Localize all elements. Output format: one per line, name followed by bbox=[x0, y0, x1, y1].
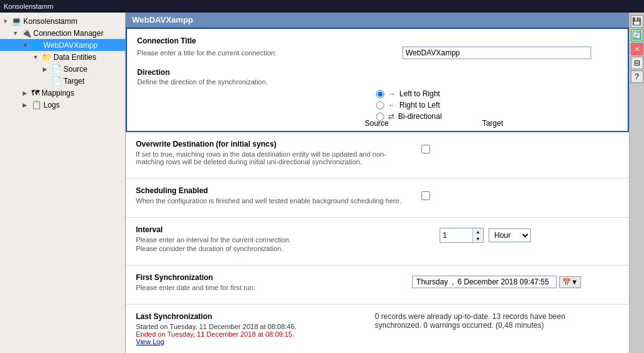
tree-item-mappings[interactable]: ▶ 🗺 Mappings bbox=[0, 87, 125, 99]
interval-unit-select[interactable]: Minute Hour Day Week bbox=[489, 228, 531, 242]
scheduling-title: Scheduling Enabled bbox=[136, 186, 409, 195]
tree-item-connection-manager[interactable]: ▼ 🔌 Connection Manager bbox=[0, 27, 125, 39]
first-sync-section: First Synchronization Please enter date … bbox=[126, 266, 629, 305]
tree-item-webdavxampp[interactable]: ▼ 🌐 WebDAVXampp bbox=[0, 39, 125, 51]
radio-ltr-label: Left to Right bbox=[399, 89, 440, 98]
node-icon-de: 📁 bbox=[42, 52, 52, 62]
expand-icon-de: ▼ bbox=[33, 54, 40, 60]
connection-title-input[interactable] bbox=[402, 47, 591, 59]
expand-icon-konsolenstamm: ▼ bbox=[3, 18, 10, 25]
direction-label: Direction bbox=[137, 68, 618, 77]
tree-label-konsolenstamm: Konsolenstamm bbox=[23, 17, 77, 26]
interval-controls: ▲ ▼ Minute Hour Day Week bbox=[440, 225, 531, 243]
content-header: WebDAVXampp bbox=[126, 13, 629, 28]
overwrite-checkbox-wrapper bbox=[421, 140, 430, 171]
overwrite-checkbox[interactable] bbox=[421, 145, 430, 154]
node-icon-mappings: 🗺 bbox=[31, 88, 40, 98]
tree-label-webdav: WebDAVXampp bbox=[43, 41, 97, 50]
content-area: WebDAVXampp Connection Title Please ente… bbox=[126, 13, 629, 353]
first-sync-controls: Thursday , 6 December 2018 09:47:55 📅▼ bbox=[412, 273, 581, 288]
tree-label-target: Target bbox=[64, 77, 84, 86]
main-layout: ▼ 💻 Konsolenstamm ▼ 🔌 Connection Manager… bbox=[0, 13, 644, 353]
tree-label-de: Data Entities bbox=[53, 53, 96, 62]
sync-started: Started on Tuesday, 11 December 2018 at … bbox=[136, 323, 362, 330]
scheduling-section: Scheduling Enabled When the configuratio… bbox=[126, 179, 629, 218]
tree-item-konsolenstamm[interactable]: ▼ 💻 Konsolenstamm bbox=[0, 15, 125, 27]
interval-title: Interval bbox=[136, 225, 427, 234]
tree-label-cm: Connection Manager bbox=[33, 29, 103, 38]
first-sync-desc: Please enter date and time for first run… bbox=[136, 284, 399, 291]
overwrite-layout: Overwrite Destination (for initial syncs… bbox=[136, 140, 619, 171]
interval-desc2: Please consider the duration of synchron… bbox=[136, 245, 419, 252]
expand-icon-target bbox=[43, 78, 50, 84]
overwrite-section: Overwrite Destination (for initial syncs… bbox=[126, 132, 629, 179]
action-expand-btn[interactable]: ⊟ bbox=[631, 57, 643, 69]
tree-item-target[interactable]: 📄 Target bbox=[0, 75, 125, 87]
scheduling-text: Scheduling Enabled When the configuratio… bbox=[136, 186, 409, 210]
node-icon-webdav: 🌐 bbox=[31, 40, 42, 50]
tree-item-data-entities[interactable]: ▼ 📁 Data Entities bbox=[0, 51, 125, 63]
interval-section: Interval Please enter an interval for th… bbox=[126, 218, 629, 266]
first-sync-title: First Synchronization bbox=[136, 273, 399, 282]
arrow-rtl: ← bbox=[388, 101, 396, 109]
expand-icon-logs: ▶ bbox=[23, 102, 30, 108]
action-refresh-btn[interactable]: 🔄 bbox=[631, 29, 643, 42]
interval-spin-buttons: ▲ ▼ bbox=[472, 228, 483, 242]
first-sync-layout: First Synchronization Please enter date … bbox=[136, 273, 619, 296]
tree-item-source[interactable]: ▶ 📄 Source bbox=[0, 63, 125, 75]
action-sidebar: 💾 🔄 ✕ ⊟ ? bbox=[629, 13, 644, 353]
arrow-ltr: → bbox=[388, 89, 396, 98]
interval-spinbox: ▲ ▼ bbox=[440, 228, 484, 243]
tree-item-logs[interactable]: ▶ 📋 Logs bbox=[0, 99, 125, 111]
app-title: Konsolenstamm bbox=[4, 3, 53, 10]
tree-label-logs: Logs bbox=[43, 101, 60, 109]
day-label: Thursday bbox=[416, 277, 448, 286]
sync-ended: Ended on Tuesday, 11 December 2018 at 08… bbox=[136, 330, 362, 338]
expand-icon-cm: ▼ bbox=[13, 30, 20, 36]
overwrite-desc: If set to true, matching rows in the dat… bbox=[136, 150, 409, 165]
expand-icon-webdav: ▼ bbox=[23, 42, 30, 48]
source-label: Source bbox=[365, 119, 389, 128]
interval-desc1: Please enter an interval for the current… bbox=[136, 236, 419, 244]
node-icon-cm: 🔌 bbox=[21, 28, 31, 38]
interval-input[interactable] bbox=[440, 228, 472, 242]
node-icon-source: 📄 bbox=[52, 64, 62, 74]
content-body: Connection Title Please enter a title fo… bbox=[126, 28, 629, 353]
radio-rtl-input[interactable] bbox=[376, 101, 384, 109]
action-save-btn[interactable]: 💾 bbox=[631, 15, 643, 28]
sidebar: ▼ 💻 Konsolenstamm ▼ 🔌 Connection Manager… bbox=[0, 13, 126, 353]
action-help-btn[interactable]: ? bbox=[631, 70, 643, 83]
node-icon-logs: 📋 bbox=[31, 100, 42, 109]
date-value: 6 December 2018 09:47:55 bbox=[457, 277, 548, 286]
radio-ltr-input[interactable] bbox=[376, 90, 384, 98]
interval-spin-down[interactable]: ▼ bbox=[473, 235, 483, 242]
connection-title-row: Connection Title Please enter a title fo… bbox=[137, 36, 618, 59]
radio-rtl[interactable]: ← Right to Left bbox=[376, 101, 441, 109]
direction-desc: Define the direction of the synchronizat… bbox=[137, 78, 618, 86]
datetime-display: Thursday , 6 December 2018 09:47:55 bbox=[412, 276, 557, 288]
view-log-link[interactable]: View Log bbox=[136, 338, 164, 345]
last-sync-right: 0 records were already up-to-date. 13 re… bbox=[375, 312, 619, 345]
radio-rtl-label: Right to Left bbox=[399, 101, 440, 109]
interval-spin-up[interactable]: ▲ bbox=[473, 228, 483, 235]
target-label: Target bbox=[482, 119, 503, 128]
radio-ltr[interactable]: → Left to Right bbox=[376, 89, 441, 98]
sync-info: Started on Tuesday, 11 December 2018 at … bbox=[136, 323, 362, 345]
tree-label-source: Source bbox=[64, 65, 87, 74]
node-icon-target: 📄 bbox=[52, 76, 62, 86]
direction-options: → Left to Right ← Right to Left bbox=[376, 89, 441, 121]
interval-layout: Interval Please enter an interval for th… bbox=[136, 225, 619, 257]
last-sync-section: Last Synchronization Started on Tuesday,… bbox=[126, 305, 629, 353]
last-sync-left: Last Synchronization Started on Tuesday,… bbox=[136, 312, 362, 345]
scheduling-checkbox[interactable] bbox=[421, 191, 430, 200]
action-delete-btn[interactable]: ✕ bbox=[631, 43, 643, 55]
last-sync-title: Last Synchronization bbox=[136, 312, 362, 321]
calendar-button[interactable]: 📅▼ bbox=[559, 276, 581, 288]
expand-icon-mappings: ▶ bbox=[23, 90, 30, 96]
overwrite-title: Overwrite Destination (for initial syncs… bbox=[136, 140, 409, 148]
connection-title-desc: Please enter a title for the current con… bbox=[137, 49, 277, 57]
scheduling-checkbox-wrapper bbox=[421, 186, 430, 210]
content-header-title: WebDAVXampp bbox=[132, 15, 193, 25]
tree-label-mappings: Mappings bbox=[42, 89, 74, 98]
node-icon-konsolenstamm: 💻 bbox=[11, 16, 21, 26]
